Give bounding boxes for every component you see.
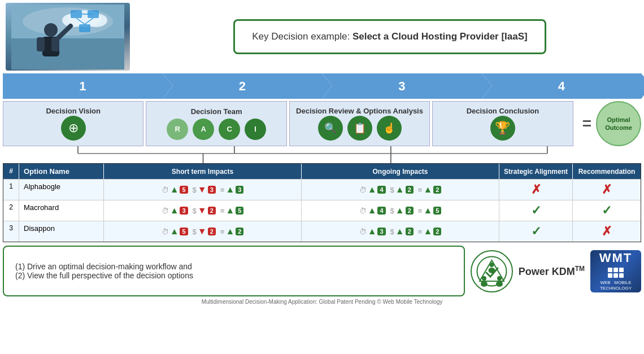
cost-icon: $ [193, 186, 197, 194]
row1-rec: ✗ [573, 180, 641, 200]
step-2[interactable]: 2 [163, 73, 323, 99]
step-4[interactable]: 4 [482, 73, 642, 99]
footer-logo-area: Power KDMTM WMT WEB MOBILETECHNOLOGY [471, 246, 641, 296]
decision-conclusion-box[interactable]: Decision Conclusion 🏆 [432, 101, 573, 146]
short-scale-val: 3 [236, 186, 243, 194]
row2-strategic: ✓ [499, 200, 573, 221]
optimal-outcome-circle: OptimalOutcome [596, 101, 641, 146]
options-table: # Option Name Short term Impacts Ongoing… [3, 163, 641, 242]
wmt-logo: WMT WEB MOBILETECHNOLOGY [590, 250, 641, 292]
row2-ongoing: ⏱ ▲ 4 $ ▲ 2 ≡ ▲ 5 [302, 200, 499, 221]
wmt-grid [608, 268, 624, 278]
row1-short-time: ⏱ ▲ 5 [162, 185, 188, 195]
optimal-area: = OptimalOutcome [578, 101, 641, 146]
row3-short: ⏱ ▲ 5 $ ▼ 2 ≡ ▲ 2 [104, 221, 302, 242]
ong-cost-icon: $ [390, 186, 394, 194]
table-row: 1 Alphabogle ⏱ ▲ 5 $ ▼ 3 ≡ ▲ 3 ⏱ ▲ 4 [3, 179, 641, 200]
credit-text: Multidimensional Decision-Making Applica… [202, 299, 443, 305]
short-cost-val: 3 [208, 186, 216, 194]
row2-rec: ✓ [573, 200, 641, 221]
decision-conclusion-icons: 🏆 [490, 116, 515, 141]
row3-strategic: ✓ [499, 221, 573, 242]
row2-short: ⏱ ▲ 3 $ ▼ 2 ≡ ▲ 5 [104, 200, 302, 221]
table-row: 3 Disappon ⏱ ▲ 5 $ ▼ 2 ≡ ▲ 2 ⏱ ▲ 3 [3, 221, 641, 242]
check-rec-icon: ✓ [602, 203, 612, 218]
decision-vision-box[interactable]: Decision Vision ⊕ [3, 101, 143, 146]
review-search-icon: 🔍 [318, 116, 343, 141]
ong-scale-val: 2 [433, 186, 441, 194]
step-4-number: 4 [558, 79, 565, 94]
ong-up2: ▲ [395, 185, 404, 195]
header-image [6, 3, 130, 71]
row2-name: Macrohard [19, 200, 104, 221]
decision-review-icons: 🔍 📋 ☝ [318, 116, 402, 141]
decision-review-title: Decision Review & Options Analysis [296, 107, 423, 115]
col-ongoing-header: Ongoing Impacts [302, 164, 499, 179]
row1-ong-cost: $ ▲ 2 [390, 185, 414, 195]
row2-num: 2 [3, 200, 19, 221]
col-name-header: Option Name [19, 164, 104, 179]
step-3[interactable]: 3 [322, 73, 482, 99]
ong-cost-val: 2 [406, 186, 414, 194]
svg-point-31 [496, 281, 503, 287]
connector-area [3, 146, 641, 163]
step-1[interactable]: 1 [3, 73, 163, 99]
col-short-header: Short term Impacts [104, 164, 302, 179]
cross-rec2-icon: ✗ [602, 224, 612, 239]
decision-row: Decision Vision ⊕ Decision Team R A C I [3, 101, 641, 146]
conclusion-trophy-icon: 🏆 [490, 116, 515, 141]
decision-vision-title: Decision Vision [46, 107, 101, 115]
key-decision-border: Key Decision example: Select a Cloud Hos… [233, 19, 546, 54]
steps-area: 1 2 3 4 [3, 73, 641, 99]
review-hand-icon: ☝ [377, 116, 402, 141]
row2-short-time: ⏱ ▲ 3 [162, 206, 188, 216]
decision-team-title: Decision Team [191, 107, 242, 116]
svg-rect-11 [71, 10, 82, 18]
raci-a-icon: A [193, 119, 214, 140]
footer-line1: (1) Drive an optimal decision-making wor… [15, 262, 452, 271]
row1-ong-time: ⏱ ▲ 4 [359, 185, 386, 195]
row3-ongoing: ⏱ ▲ 3 $ ▲ 2 ≡ ▲ 2 [302, 221, 499, 242]
vision-target-icon: ⊕ [61, 116, 86, 141]
table-row: 2 Macrohard ⏱ ▲ 3 $ ▼ 2 ≡ ▲ 5 ⏱ ▲ 4 [3, 200, 641, 221]
col-rec-header: Recommendation [573, 164, 641, 179]
row3-num: 3 [3, 221, 19, 242]
row1-short: ⏱ ▲ 5 $ ▼ 3 ≡ ▲ 3 [104, 180, 302, 200]
raci-i-icon: I [245, 119, 266, 140]
up-arrow-icon2: ▲ [225, 185, 234, 195]
step-2-number: 2 [239, 79, 246, 94]
col-hash-header: # [3, 164, 19, 179]
decision-review-box[interactable]: Decision Review & Options Analysis 🔍 📋 ☝ [289, 101, 430, 146]
footer-area: (1) Drive an optimal decision-making wor… [3, 246, 641, 296]
wmt-dot [608, 268, 612, 272]
svg-rect-8 [37, 37, 45, 51]
equals-sign: = [582, 115, 591, 133]
raci-r-icon: R [167, 119, 188, 140]
row3-name: Disappon [19, 221, 104, 242]
svg-rect-1 [11, 38, 124, 69]
cross-rec-icon: ✗ [602, 182, 612, 197]
table-header: # Option Name Short term Impacts Ongoing… [3, 164, 641, 179]
svg-point-6 [44, 23, 58, 37]
wmt-dot [608, 273, 612, 278]
ong-time-val: 4 [377, 186, 385, 194]
wmt-dot [613, 273, 618, 278]
key-decision-label: Key Decision example: [252, 31, 353, 42]
row1-name: Alphabogle [19, 180, 104, 200]
decision-conclusion-title: Decision Conclusion [467, 107, 539, 115]
decision-team-box[interactable]: Decision Team R A C I [146, 101, 286, 146]
check-icon: ✓ [531, 203, 541, 218]
footer-text-box: (1) Drive an optimal decision-making wor… [3, 246, 465, 296]
power-kdm-text: Power KDMTM [519, 265, 585, 278]
row1-strategic: ✗ [499, 180, 573, 200]
wmt-dot [619, 268, 624, 272]
wmt-letters: WMT [599, 251, 633, 265]
ong-time-icon: ⏱ [359, 186, 367, 194]
ong-scale-icon: ≡ [418, 186, 423, 194]
svg-rect-13 [79, 24, 90, 32]
svg-point-28 [482, 276, 486, 281]
decision-boxes: Decision Vision ⊕ Decision Team R A C I [3, 101, 573, 146]
wmt-subtitle: WEB MOBILETECHNOLOGY [600, 280, 632, 292]
step-1-number: 1 [79, 79, 86, 94]
col-strategic-header: Strategic Alignment [499, 164, 573, 179]
